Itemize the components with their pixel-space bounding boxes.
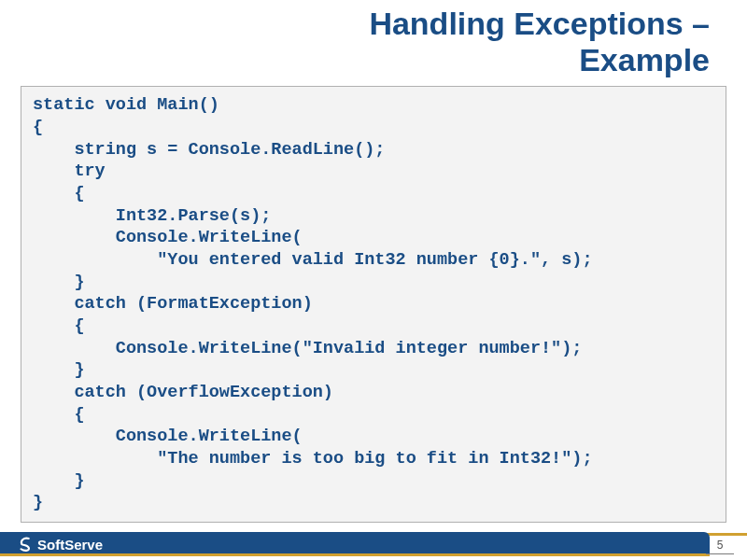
title-line-2: Example xyxy=(579,42,710,77)
footer-bar: SoftServe xyxy=(0,532,710,556)
code-content: static void Main() { string s = Console.… xyxy=(33,94,714,514)
brand-icon xyxy=(17,536,34,553)
title-line-1: Handling Exceptions – xyxy=(369,6,710,41)
page-number-box: 5 xyxy=(706,539,734,554)
page-number-underline xyxy=(706,553,734,554)
brand-name: SoftServe xyxy=(37,537,103,553)
footer: SoftServe xyxy=(0,526,747,560)
page-number: 5 xyxy=(706,539,734,552)
brand-logo: SoftServe xyxy=(17,536,103,553)
code-block: static void Main() { string s = Console.… xyxy=(21,86,726,523)
slide-title: Handling Exceptions – Example xyxy=(0,0,747,86)
